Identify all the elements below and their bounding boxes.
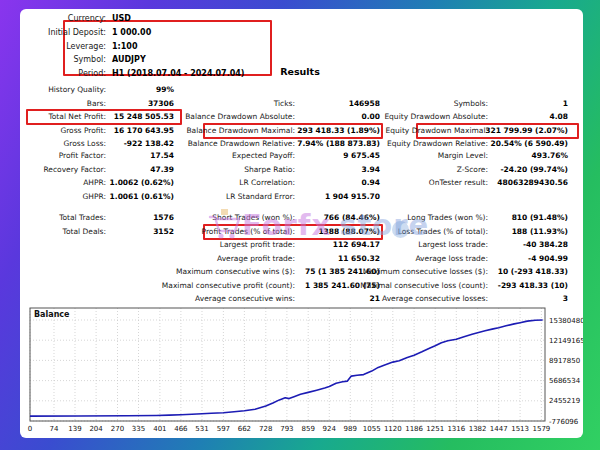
stat-value: -24.20 (99.74%) xyxy=(490,164,568,175)
stat-label: Bars: xyxy=(20,98,106,109)
stat-label: Gross Loss: xyxy=(20,138,106,149)
x-tick-label: 1186 xyxy=(405,425,423,433)
stat-value: 20.54% (6 590.49) xyxy=(490,138,568,149)
stat-label: GHPR: xyxy=(20,191,106,202)
stat-label: Long Trades (won %): xyxy=(325,212,488,223)
stat-label: Largest profit trade: xyxy=(120,239,295,250)
results-title: Results xyxy=(255,66,345,77)
x-tick-label: 859 xyxy=(302,425,315,433)
balance-chart-svg: Balance074139204270335401466531597662728… xyxy=(20,304,583,438)
stat-value: 3 xyxy=(490,293,568,304)
stat-label: Loss Trades (% of total): xyxy=(325,226,488,237)
x-tick-label: 270 xyxy=(111,425,124,433)
stat-value: 810 (91.48%) xyxy=(490,212,568,223)
stat-label: LR Correlation: xyxy=(120,177,295,188)
stat-value: 4.08 xyxy=(490,111,568,122)
x-tick-label: 1447 xyxy=(490,425,508,433)
y-tick-label: 5686534 xyxy=(549,377,581,385)
x-tick-label: 0 xyxy=(28,425,32,433)
stat-label: Equity Drawdown Relative: xyxy=(325,138,488,149)
account-label: Period: xyxy=(20,68,106,79)
stat-label: Gross Profit: xyxy=(20,125,106,136)
x-tick-label: 204 xyxy=(89,425,103,433)
account-value: 1 000.00 xyxy=(112,27,151,38)
stat-label: Balance Drawdown Relative: xyxy=(120,138,295,149)
stat-value: 493.76% xyxy=(490,150,568,161)
stat-label: Average loss trade: xyxy=(325,253,488,264)
account-value: USD xyxy=(112,13,131,24)
x-tick-label: 728 xyxy=(259,425,272,433)
account-label: Symbol: xyxy=(20,54,106,65)
chart-title: Balance xyxy=(34,310,70,319)
x-tick-label: 1251 xyxy=(426,425,444,433)
y-tick-label: 12149165 xyxy=(549,337,583,345)
stat-label: Ticks: xyxy=(120,98,295,109)
stat-value: 99% xyxy=(108,84,174,95)
stat-label: Average consecutive wins: xyxy=(120,293,295,304)
stat-label: OnTester result: xyxy=(325,177,488,188)
stat-label: Balance Drawdown Maximal: xyxy=(120,125,295,136)
stat-label: Z-Score: xyxy=(325,164,488,175)
stat-label: Total Deals: xyxy=(20,226,106,237)
stat-label: Total Net Profit: xyxy=(20,111,106,122)
stat-value: 1 xyxy=(490,98,568,109)
stat-value: -40 384.28 xyxy=(490,239,568,250)
stat-label: Maximal consecutive profit (count): xyxy=(120,280,295,291)
stat-label: Total Trades: xyxy=(20,212,106,223)
stat-value: -293 418.33 (10) xyxy=(490,280,568,291)
stat-value: 10 (-293 418.33) xyxy=(490,266,568,277)
stat-label: Average profit trade: xyxy=(120,253,295,264)
account-row: Symbol:AUDJPY xyxy=(20,54,320,65)
account-label: Initial Deposit: xyxy=(20,27,106,38)
stat-label: Largest loss trade: xyxy=(325,239,488,250)
stat-value: 321 799.99 (2.07%) xyxy=(490,125,568,136)
stat-value: 1 904 915.70 xyxy=(297,191,380,202)
x-tick-label: 335 xyxy=(132,425,145,433)
stat-label: Profit Trades (% of total): xyxy=(120,226,295,237)
stat-label: Sharpe Ratio: xyxy=(120,164,295,175)
y-tick-label: 2455219 xyxy=(549,397,580,405)
x-tick-label: 1513 xyxy=(511,425,529,433)
stat-value: 48063289430.56 xyxy=(490,177,568,188)
backtest-report-panel: Currency:USD Initial Deposit:1 000.00 Le… xyxy=(20,9,583,438)
stat-label: Average consecutive losses: xyxy=(325,293,488,304)
stat-label: Maximum consecutive wins ($): xyxy=(120,266,295,277)
stat-label: History Quality: xyxy=(20,84,106,95)
stat-value: 188 (11.93%) xyxy=(490,226,568,237)
x-tick-label: 597 xyxy=(217,425,230,433)
stat-label: Margin Level: xyxy=(325,150,488,161)
balance-chart: Balance074139204270335401466531597662728… xyxy=(20,304,583,438)
x-tick-label: 401 xyxy=(153,425,166,433)
x-tick-label: 662 xyxy=(238,425,251,433)
account-value: AUDJPY xyxy=(112,54,146,65)
gradient-border-frame: Currency:USD Initial Deposit:1 000.00 Le… xyxy=(0,0,600,450)
x-tick-label: 531 xyxy=(195,425,208,433)
stat-label: LR Standard Error: xyxy=(120,191,295,202)
stat-label: Maximal consecutive loss (count): xyxy=(325,280,488,291)
account-label: Leverage: xyxy=(20,41,106,52)
account-row: Leverage:1:100 xyxy=(20,41,320,52)
y-tick-label: 15380480 xyxy=(549,317,583,325)
stat-label: Equity Drawdown Maximal: xyxy=(325,125,488,136)
account-value: 1:100 xyxy=(112,41,137,52)
stat-label: AHPR: xyxy=(20,177,106,188)
stat-label: Expected Payoff: xyxy=(120,150,295,161)
stat-label: Profit Factor: xyxy=(20,150,106,161)
x-tick-label: 1382 xyxy=(469,425,487,433)
account-row: Currency:USD xyxy=(20,13,320,24)
x-tick-label: 989 xyxy=(344,425,357,433)
x-tick-label: 1579 xyxy=(532,425,550,433)
stat-label: Symbols: xyxy=(325,98,488,109)
x-tick-label: 139 xyxy=(68,425,81,433)
stat-label: Short Trades (won %): xyxy=(120,212,295,223)
stat-label: Equity Drawdown Absolute: xyxy=(325,111,488,122)
account-row: Initial Deposit:1 000.00 xyxy=(20,27,320,38)
x-tick-label: 74 xyxy=(50,425,59,433)
account-value: H1 (2018.07.04 - 2024.07.04) xyxy=(112,68,244,79)
x-tick-label: 466 xyxy=(174,425,188,433)
account-label: Currency: xyxy=(20,13,106,24)
x-tick-label: 1316 xyxy=(447,425,465,433)
stat-label: Balance Drawdown Absolute: xyxy=(120,111,295,122)
stat-value: -4 904.99 xyxy=(490,253,568,264)
stat-label: Maximum consecutive losses ($): xyxy=(325,266,488,277)
